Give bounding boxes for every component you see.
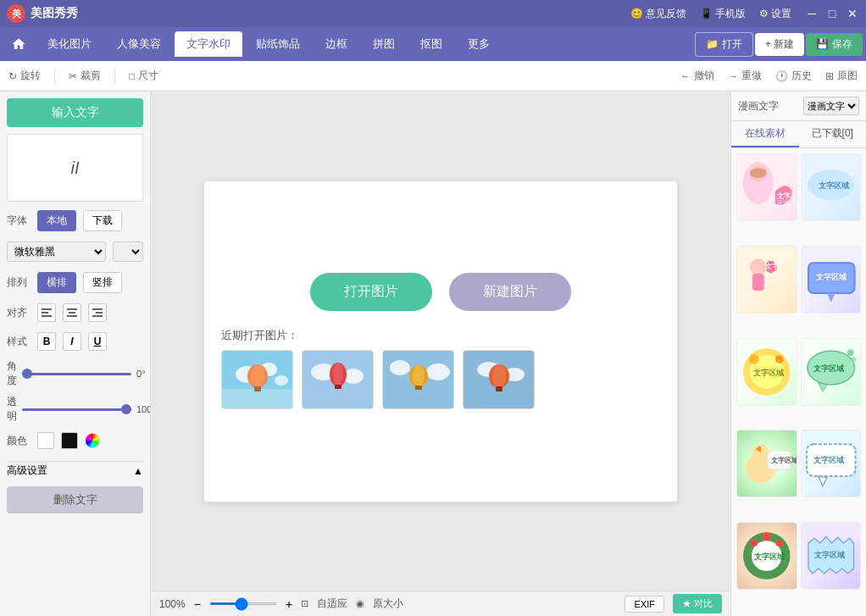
font-select-row: 微软雅黑: [7, 240, 143, 264]
tab-downloaded[interactable]: 已下载[0]: [799, 121, 867, 147]
canvas-inner: 打开图片 新建图片 近期打开图片：: [203, 180, 678, 502]
home-button[interactable]: [3, 29, 34, 59]
sticker-item-1[interactable]: 文字 区域: [736, 153, 797, 221]
history-tool[interactable]: 🕐 历史: [775, 69, 812, 83]
delete-text-button[interactable]: 删除文字: [7, 486, 143, 513]
sticker-item-8[interactable]: 文字区域: [801, 430, 862, 497]
recent-thumb-3[interactable]: [382, 350, 454, 409]
svg-point-56: [749, 354, 759, 364]
close-button[interactable]: ✕: [846, 7, 859, 20]
sticker-item-2[interactable]: 文字区域: [801, 153, 862, 221]
nav-text-watermark[interactable]: 文字水印: [175, 31, 242, 57]
font-name-select[interactable]: 微软雅黑: [7, 241, 106, 262]
new-button[interactable]: + 新建: [755, 33, 804, 56]
nav-portrait[interactable]: 人像美容: [105, 31, 173, 57]
angle-slider[interactable]: [22, 373, 131, 375]
sticker-item-7[interactable]: 文字区域: [736, 430, 797, 497]
sticker-item-6[interactable]: 文字区域: [801, 338, 862, 406]
sticker-item-9[interactable]: 文字区域: [736, 522, 797, 590]
rotate-tool[interactable]: ↻ 旋转: [8, 69, 41, 83]
size-tool[interactable]: □ 尺寸: [129, 69, 158, 83]
status-bar: 100% − + ⊡ 自适应 ◉ 原大小 EXIF ★ 对比: [151, 591, 730, 616]
open-button[interactable]: 📁 打开: [695, 32, 753, 57]
color-picker-button[interactable]: [85, 433, 100, 448]
vertical-align-button[interactable]: 竖排: [83, 272, 122, 293]
nav-beautify[interactable]: 美化图片: [36, 31, 103, 57]
redo-icon: →: [728, 70, 738, 82]
svg-rect-1: [42, 312, 48, 314]
feedback-btn[interactable]: 😊 意见反馈: [630, 7, 686, 21]
toolbar-divider-2: [114, 68, 115, 85]
align-center-button[interactable]: [63, 303, 81, 322]
opacity-row: 透明 100%: [7, 395, 143, 424]
advanced-toggle-icon[interactable]: ▲: [133, 465, 143, 477]
undo-tool[interactable]: ← 撤销: [680, 69, 714, 83]
original-size-button[interactable]: 原大小: [373, 597, 403, 611]
recent-images: [221, 350, 660, 409]
zoom-minus-button[interactable]: −: [194, 597, 201, 611]
original-icon: ⊞: [825, 70, 834, 82]
nav-cutout[interactable]: 抠图: [408, 31, 454, 57]
sticker-item-5[interactable]: 文字区域: [736, 338, 797, 406]
opacity-label: 透明: [7, 395, 17, 424]
sticker-item-3[interactable]: 文字 区域: [736, 246, 797, 314]
svg-marker-51: [826, 293, 835, 302]
history-icon: 🕐: [775, 70, 788, 82]
text-align-label: 对齐: [7, 306, 31, 320]
fit-view-button[interactable]: 自适应: [317, 597, 347, 611]
canvas-main: 打开图片 新建图片 近期打开图片：: [151, 92, 730, 591]
save-icon: 💾: [816, 38, 829, 50]
horizontal-align-button[interactable]: 横排: [37, 272, 76, 293]
maximize-button[interactable]: □: [825, 7, 839, 20]
window-controls: ─ □ ✕: [805, 7, 859, 20]
bold-button[interactable]: B: [37, 332, 56, 351]
nav-more[interactable]: 更多: [456, 31, 502, 57]
svg-point-27: [413, 365, 425, 387]
color-black-swatch[interactable]: [61, 432, 78, 449]
svg-marker-59: [818, 383, 826, 391]
settings-btn[interactable]: ⚙ 设置: [759, 7, 791, 21]
recent-thumb-4[interactable]: [463, 350, 535, 409]
toolbar: ↻ 旋转 ✂ 裁剪 □ 尺寸 ← 撤销 → 重做 🕐 历史 ⊞ 原图: [0, 61, 866, 92]
right-panel-category-select[interactable]: 漫画文字: [803, 97, 859, 115]
svg-point-24: [390, 360, 410, 375]
align-left-button[interactable]: [37, 303, 56, 322]
canvas-new-button[interactable]: 新建图片: [449, 273, 571, 311]
color-white-swatch[interactable]: [37, 432, 54, 449]
svg-text:文字: 文字: [777, 191, 791, 200]
original-tool[interactable]: ⊞ 原图: [825, 69, 858, 83]
exif-button[interactable]: EXIF: [625, 596, 663, 613]
redo-tool[interactable]: → 重做: [728, 69, 762, 83]
recent-thumb-1[interactable]: [221, 350, 293, 409]
align-right-button[interactable]: [88, 303, 107, 322]
recent-thumb-2[interactable]: [302, 350, 374, 409]
tab-online[interactable]: 在线素材: [731, 121, 799, 147]
opacity-slider[interactable]: [22, 408, 131, 411]
left-panel: 输入文字 iI 字体 本地 下载 微软雅黑 排列 横排 竖排 对齐: [0, 92, 151, 616]
crop-tool[interactable]: ✂ 裁剪: [69, 69, 101, 83]
svg-text:文字: 文字: [765, 262, 779, 270]
input-text-button[interactable]: 输入文字: [7, 98, 143, 127]
mobile-btn[interactable]: 📱 手机版: [700, 7, 746, 21]
svg-point-61: [847, 349, 853, 356]
save-button[interactable]: 💾 保存: [806, 33, 863, 56]
underline-button[interactable]: U: [88, 332, 107, 351]
minimize-button[interactable]: ─: [805, 7, 819, 20]
compare-button[interactable]: ★ 对比: [673, 594, 722, 613]
nav-collage[interactable]: 拼图: [361, 31, 407, 57]
font-download-button[interactable]: 下载: [83, 210, 122, 231]
nav-sticker[interactable]: 贴纸饰品: [244, 31, 312, 57]
canvas-open-button[interactable]: 打开图片: [310, 273, 432, 311]
font-local-button[interactable]: 本地: [37, 210, 76, 231]
font-size-select[interactable]: [113, 241, 143, 262]
svg-text:区域: 区域: [777, 200, 789, 206]
italic-button[interactable]: I: [63, 332, 81, 351]
right-panel-tabs: 在线素材 已下载[0]: [731, 121, 866, 148]
zoom-plus-button[interactable]: +: [286, 597, 292, 611]
sticker-item-10[interactable]: 文字区域: [801, 522, 862, 590]
angle-value: 0°: [136, 369, 146, 379]
settings-icon: ⚙: [759, 8, 769, 19]
zoom-slider[interactable]: [209, 602, 277, 605]
nav-border[interactable]: 边框: [314, 31, 359, 57]
sticker-item-4[interactable]: 文字区域: [801, 246, 862, 314]
